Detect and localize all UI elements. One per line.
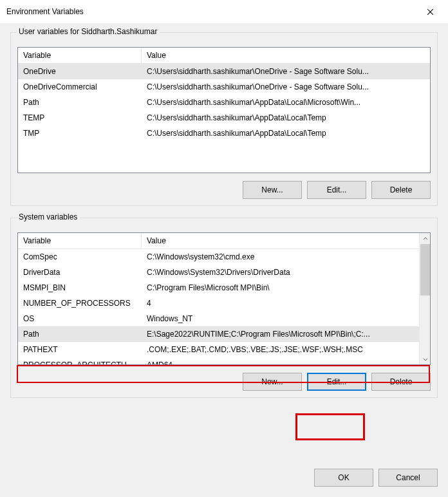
table-row[interactable]: NUMBER_OF_PROCESSORS4 xyxy=(18,295,419,311)
window-title: Environment Variables xyxy=(6,7,416,16)
table-row[interactable]: PathC:\Users\siddharth.sashikumar\AppDat… xyxy=(18,95,430,110)
table-row[interactable]: OSWindows_NT xyxy=(18,311,419,326)
system-delete-button[interactable]: Delete xyxy=(371,373,431,391)
system-new-button[interactable]: New... xyxy=(243,373,302,391)
cell-variable: NUMBER_OF_PROCESSORS xyxy=(18,299,142,308)
table-row[interactable]: ComSpecC:\Windows\system32\cmd.exe xyxy=(18,249,419,265)
table-row[interactable]: TMPC:\Users\siddharth.sashikumar\AppData… xyxy=(18,126,430,141)
cell-value: AMD64 xyxy=(142,361,419,364)
user-vars-list[interactable]: Variable Value OneDriveC:\Users\siddhart… xyxy=(17,47,431,173)
system-edit-button[interactable]: Edit... xyxy=(307,373,366,391)
cell-variable: TEMP xyxy=(18,113,142,122)
col-header-value[interactable]: Value xyxy=(142,233,419,248)
ok-button[interactable]: OK xyxy=(314,469,373,487)
cell-variable: PROCESSOR_ARCHITECTU... xyxy=(18,361,142,364)
col-header-value[interactable]: Value xyxy=(142,48,430,63)
table-row[interactable]: OneDriveCommercialC:\Users\siddharth.sas… xyxy=(18,79,430,95)
list-header: Variable Value xyxy=(18,233,419,249)
cell-variable: PATHEXT xyxy=(18,345,142,354)
user-delete-button[interactable]: Delete xyxy=(371,181,431,199)
cell-value: .COM;.EXE;.BAT;.CMD;.VBS;.VBE;.JS;.JSE;.… xyxy=(142,345,419,354)
cell-value: C:\Users\siddharth.sashikumar\AppData\Lo… xyxy=(142,129,430,138)
cell-value: C:\Users\siddharth.sashikumar\AppData\Lo… xyxy=(142,98,430,107)
table-row[interactable]: PROCESSOR_ARCHITECTU...AMD64 xyxy=(18,357,419,364)
cell-variable: OneDrive xyxy=(18,67,142,76)
cell-value: C:\Users\siddharth.sashikumar\AppData\Lo… xyxy=(142,113,430,122)
user-vars-legend: User variables for Siddharth.Sashikumar xyxy=(16,27,160,36)
cell-variable: Path xyxy=(18,98,142,107)
table-row[interactable]: PATHEXT.COM;.EXE;.BAT;.CMD;.VBS;.VBE;.JS… xyxy=(18,342,419,357)
cell-variable: TMP xyxy=(18,129,142,138)
scroll-thumb[interactable] xyxy=(420,244,430,295)
dialog-footer: OK Cancel xyxy=(10,460,438,487)
list-header: Variable Value xyxy=(18,48,430,64)
env-vars-dialog: Environment Variables User variables for… xyxy=(0,0,448,497)
scrollbar[interactable] xyxy=(419,233,430,364)
user-vars-group: User variables for Siddharth.Sashikumar … xyxy=(10,32,438,206)
user-new-button[interactable]: New... xyxy=(243,181,302,199)
table-row[interactable]: DriverDataC:\Windows\System32\Drivers\Dr… xyxy=(18,265,419,280)
cell-variable: OneDriveCommercial xyxy=(18,82,142,91)
cell-variable: MSMPI_BIN xyxy=(18,283,142,292)
system-vars-list[interactable]: Variable Value ComSpecC:\Windows\system3… xyxy=(17,232,431,365)
titlebar: Environment Variables xyxy=(0,0,448,23)
cancel-button[interactable]: Cancel xyxy=(378,469,438,487)
table-row[interactable]: TEMPC:\Users\siddharth.sashikumar\AppDat… xyxy=(18,110,430,126)
table-row[interactable]: PathE:\Sage2022\RUNTIME;C:\Program Files… xyxy=(18,326,419,342)
user-edit-button[interactable]: Edit... xyxy=(307,181,366,199)
table-row[interactable]: OneDriveC:\Users\siddharth.sashikumar\On… xyxy=(18,64,430,79)
cell-variable: ComSpec xyxy=(18,252,142,261)
cell-variable: Path xyxy=(18,330,142,339)
system-btn-row: New... Edit... Delete xyxy=(17,373,431,391)
col-header-variable[interactable]: Variable xyxy=(18,233,142,248)
scroll-down-button[interactable] xyxy=(420,353,431,364)
close-icon xyxy=(427,8,434,15)
user-btn-row: New... Edit... Delete xyxy=(17,181,431,199)
cell-value: C:\Users\siddharth.sashikumar\OneDrive -… xyxy=(142,82,430,91)
table-row[interactable]: MSMPI_BINC:\Program Files\Microsoft MPI\… xyxy=(18,280,419,295)
system-vars-group: System variables Variable Value ComSpecC… xyxy=(10,218,438,398)
cell-value: Windows_NT xyxy=(142,314,419,323)
dialog-body: User variables for Siddharth.Sashikumar … xyxy=(0,23,448,497)
system-vars-legend: System variables xyxy=(16,212,80,221)
cell-value: C:\Windows\system32\cmd.exe xyxy=(142,252,419,261)
col-header-variable[interactable]: Variable xyxy=(18,48,142,63)
scroll-up-button[interactable] xyxy=(420,233,431,244)
cell-variable: DriverData xyxy=(18,268,142,277)
cell-value: C:\Program Files\Microsoft MPI\Bin\ xyxy=(142,283,419,292)
cell-variable: OS xyxy=(18,314,142,323)
close-button[interactable] xyxy=(416,2,444,21)
cell-value: E:\Sage2022\RUNTIME;C:\Program Files\Mic… xyxy=(142,330,419,339)
cell-value: C:\Users\siddharth.sashikumar\OneDrive -… xyxy=(142,67,430,76)
cell-value: C:\Windows\System32\Drivers\DriverData xyxy=(142,268,419,277)
cell-value: 4 xyxy=(142,299,419,308)
